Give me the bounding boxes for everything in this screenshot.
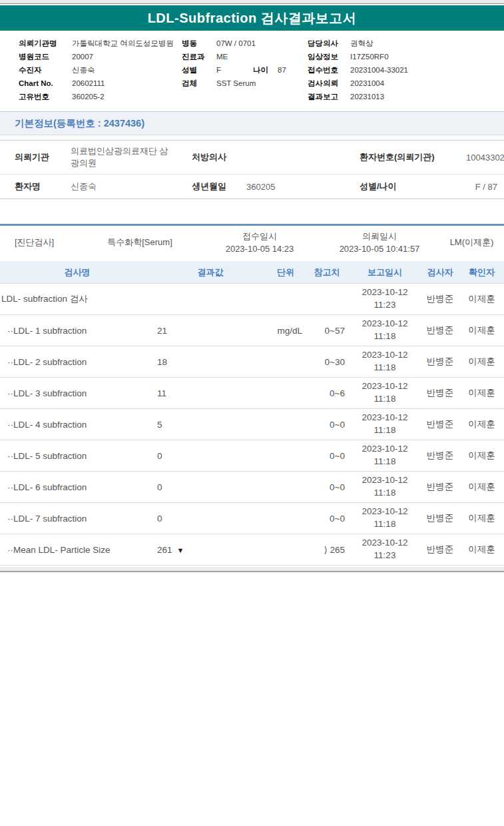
field-value: 의료법인삼광의료재단 삼광의원 bbox=[71, 145, 192, 169]
column-header-report-date: 보고일시 bbox=[349, 266, 421, 278]
report-datetime: 2023-10-12 11:18 bbox=[349, 318, 421, 343]
field-label: 수진자 bbox=[19, 63, 72, 77]
result-row: ··Mean LDL- Particle Size 261▼ ⟩ 265 202… bbox=[0, 534, 504, 566]
basic-info-title: 기본정보(등록번호 : 2437436) bbox=[15, 118, 144, 129]
field-label: 나이 bbox=[253, 63, 268, 77]
basic-info-table: 의뢰기관 의료법인삼광의료재단 삼광의원 처방의사 환자번호(의뢰기관) 100… bbox=[0, 140, 504, 199]
result-value: 261 bbox=[157, 545, 172, 555]
abnormal-low-flag-icon: ▼ bbox=[177, 546, 184, 554]
report-time: 11:18 bbox=[349, 518, 421, 531]
verifier-name: 이제훈 bbox=[459, 544, 504, 556]
reference-range: 0~57 bbox=[305, 326, 349, 336]
result-value: 5 bbox=[157, 420, 162, 430]
report-datetime: 2023-10-12 11:18 bbox=[349, 412, 421, 437]
field-label: 환자번호(의뢰기관) bbox=[360, 151, 466, 163]
tester-name: 반병준 bbox=[421, 387, 459, 399]
report-date: 2023-10-12 bbox=[349, 318, 421, 330]
test-name: ··Mean LDL- Particle Size bbox=[0, 545, 154, 555]
requested-value: 2023-10-05 10:41:57 bbox=[320, 242, 439, 256]
order-category: 특수화학[Serum] bbox=[80, 236, 200, 248]
result-value-cell bbox=[154, 294, 266, 304]
test-name: ··LDL- 4 subfraction bbox=[0, 420, 154, 430]
field-value: 20231004-33021 bbox=[350, 66, 408, 74]
bottom-window-strip bbox=[0, 567, 504, 572]
report-time: 11:23 bbox=[349, 550, 421, 562]
column-header-tester: 검사자 bbox=[421, 266, 459, 278]
requested-datetime-block: 의뢰일시 2023-10-05 10:41:57 bbox=[320, 230, 439, 256]
report-title-banner: LDL-Subfraction 검사결과보고서 bbox=[0, 5, 504, 31]
test-name: ··LDL- 6 subfraction bbox=[0, 482, 154, 492]
report-time: 11:23 bbox=[349, 299, 421, 312]
report-time: 11:18 bbox=[349, 456, 421, 468]
verifier-name: 이제훈 bbox=[459, 512, 504, 524]
result-row: ··LDL- 2 subfraction 18 0~30 2023-10-12 … bbox=[0, 346, 504, 378]
test-name: ··LDL- 7 subfraction bbox=[0, 514, 154, 524]
requested-label: 의뢰일시 bbox=[320, 230, 439, 243]
field-label: 진료과 bbox=[182, 50, 216, 63]
patient-header-field: 병동07W / 0701 bbox=[182, 37, 286, 50]
test-name: ··LDL- 2 subfraction bbox=[0, 357, 154, 367]
tester-name: 반병준 bbox=[421, 324, 459, 336]
reference-range: 0~0 bbox=[305, 451, 349, 461]
result-row: ··LDL- 6 subfraction 0 0~0 2023-10-12 11… bbox=[0, 472, 504, 503]
report-datetime: 2023-10-12 11:18 bbox=[349, 349, 421, 374]
field-value: ME bbox=[216, 53, 228, 61]
result-row: ··LDL- 4 subfraction 5 0~0 2023-10-12 11… bbox=[0, 409, 504, 440]
report-date: 2023-10-12 bbox=[349, 506, 421, 518]
field-label: 처방의사 bbox=[192, 151, 246, 163]
received-label: 접수일시 bbox=[200, 230, 320, 243]
result-value-cell: 18 bbox=[154, 357, 266, 367]
verifier-name: 이제훈 bbox=[459, 418, 504, 430]
patient-header-right-column: 담당의사권혁상임상정보I17Z50RF0접수번호20231004-33021검사… bbox=[308, 37, 408, 103]
report-time: 11:18 bbox=[349, 393, 421, 406]
verifier-name: 이제훈 bbox=[459, 481, 504, 493]
patient-header-field: 검체SST Serum bbox=[182, 77, 286, 90]
tester-name: 반병준 bbox=[421, 418, 459, 430]
report-datetime: 2023-10-12 11:18 bbox=[349, 474, 421, 500]
result-value-cell: 0 bbox=[154, 451, 266, 461]
field-label: 생년월일 bbox=[192, 181, 246, 193]
patient-header-field: 검사의뢰20231004 bbox=[308, 77, 408, 90]
tester-name: 반병준 bbox=[421, 544, 459, 556]
field-label: 병동 bbox=[182, 37, 216, 50]
verifier-name: 이제훈 bbox=[459, 356, 504, 368]
verifier-name: 이제훈 bbox=[459, 450, 504, 462]
field-value: I17Z50RF0 bbox=[350, 53, 389, 61]
received-datetime-block: 접수일시 2023-10-05 14:23 bbox=[200, 230, 320, 256]
test-name: ··LDL- 1 subfraction bbox=[0, 326, 154, 336]
results-table-header: 검사명 결과값 단위 참고치 보고일시 검사자 확인자 bbox=[0, 261, 504, 284]
field-value: 100433021 bbox=[466, 153, 504, 163]
patient-header-field: 담당의사권혁상 bbox=[308, 37, 408, 50]
report-date: 2023-10-12 bbox=[349, 349, 421, 362]
report-datetime: 2023-10-12 11:23 bbox=[349, 537, 421, 562]
result-value: 11 bbox=[157, 388, 166, 398]
basic-info-row: 환자명 신종숙 생년월일 360205 성별/나이 F / 87 bbox=[0, 175, 504, 199]
top-window-strip bbox=[0, 0, 504, 4]
reference-range: 0~30 bbox=[305, 357, 349, 367]
patient-header-field: 병원코드20007 bbox=[19, 50, 174, 63]
field-value: 20231004 bbox=[350, 79, 384, 87]
report-date: 2023-10-12 bbox=[349, 412, 421, 424]
tester-name: 반병준 bbox=[421, 293, 459, 305]
result-value-cell: 0 bbox=[154, 514, 266, 524]
reader-name: LM(이제훈) bbox=[439, 236, 504, 248]
test-name: ··LDL- 3 subfraction bbox=[0, 388, 154, 398]
column-header-unit: 단위 bbox=[266, 266, 305, 278]
report-time: 11:18 bbox=[349, 330, 421, 343]
result-row: ··LDL- 3 subfraction 11 0~6 2023-10-12 1… bbox=[0, 378, 504, 409]
report-time: 11:18 bbox=[349, 362, 421, 374]
unit: mg/dL bbox=[266, 326, 305, 336]
field-label: 의뢰기관 bbox=[0, 151, 71, 163]
basic-info-section-bar: 기본정보(등록번호 : 2437436) bbox=[0, 111, 504, 135]
test-name: LDL- subfraction 검사 bbox=[0, 293, 154, 305]
field-label: 환자명 bbox=[0, 181, 71, 193]
order-department: [진단검사] bbox=[0, 236, 80, 248]
field-label: 성별 bbox=[182, 63, 216, 77]
verifier-name: 이제훈 bbox=[459, 324, 504, 336]
tester-name: 반병준 bbox=[421, 356, 459, 368]
field-label: 검체 bbox=[182, 77, 216, 90]
reference-range: 0~6 bbox=[305, 388, 349, 398]
result-value-cell: 0 bbox=[154, 482, 266, 492]
patient-header-field: 의뢰기관명가톨릭대학교 여의도성모병원 bbox=[19, 37, 174, 50]
column-header-result: 결과값 bbox=[154, 266, 266, 278]
